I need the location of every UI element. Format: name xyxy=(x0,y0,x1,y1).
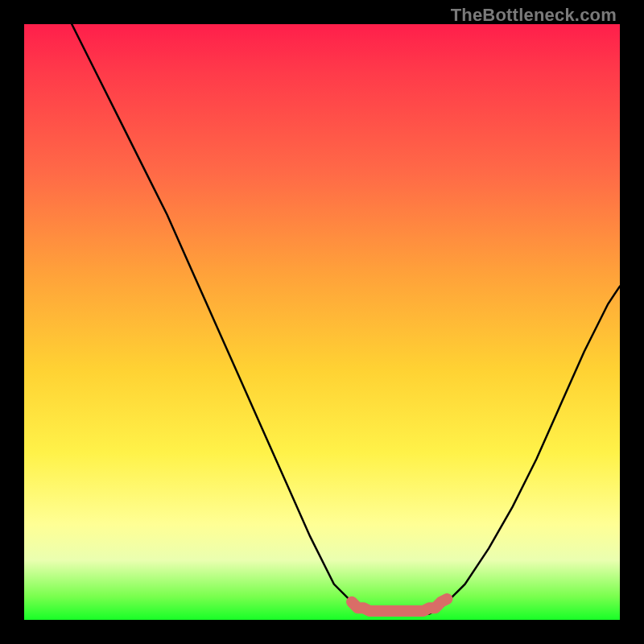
curve-layer xyxy=(24,24,620,620)
valley-marker-band xyxy=(352,599,447,611)
chart-stage: TheBottleneck.com xyxy=(0,0,644,644)
series-right-branch xyxy=(441,287,620,609)
series-left-branch xyxy=(72,24,357,608)
plot-area xyxy=(24,24,620,620)
attribution-label: TheBottleneck.com xyxy=(451,5,617,26)
